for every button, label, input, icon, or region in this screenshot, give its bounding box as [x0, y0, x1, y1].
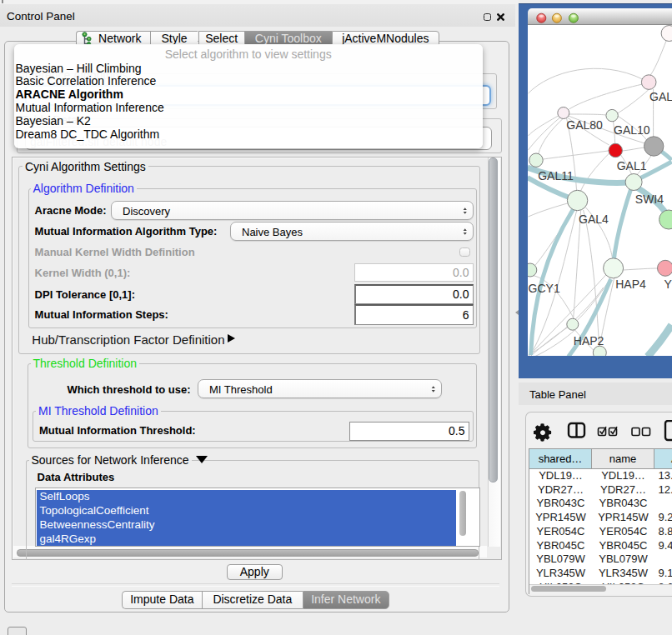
svg-text:GAL10: GAL10	[614, 123, 650, 137]
svg-text:GAL7: GAL7	[649, 90, 672, 103]
svg-text:Y: Y	[664, 278, 672, 291]
svg-text:GAL4: GAL4	[579, 212, 609, 226]
svg-text:GAL11: GAL11	[539, 169, 574, 182]
svg-text:SWI4: SWI4	[635, 192, 664, 206]
svg-text:GCY1: GCY1	[529, 282, 560, 295]
svg-text:HAP2: HAP2	[574, 334, 604, 348]
svg-text:HAP4: HAP4	[616, 278, 647, 291]
svg-text:GAL80: GAL80	[567, 118, 604, 132]
svg-text:GAL1: GAL1	[617, 159, 647, 172]
